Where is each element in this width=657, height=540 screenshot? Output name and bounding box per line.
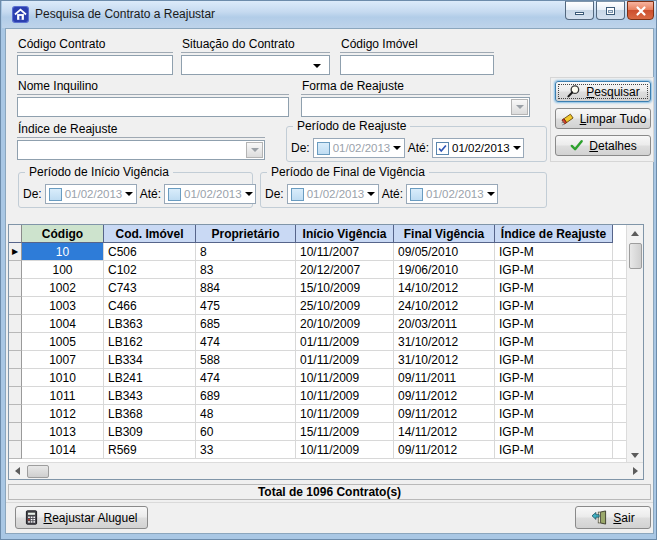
cell-cod-imovel[interactable]: LB309 <box>104 423 196 441</box>
cell-inicio-vigencia[interactable]: 10/11/2009 <box>296 387 394 405</box>
cell-inicio-vigencia[interactable]: 15/11/2009 <box>296 423 394 441</box>
cell-proprietario[interactable]: 474 <box>196 369 296 387</box>
cell-indice-reajuste[interactable]: IGP-M <box>495 297 613 315</box>
cell-proprietario[interactable]: 33 <box>196 441 296 459</box>
cell-proprietario[interactable]: 685 <box>196 315 296 333</box>
cell-cod-imovel[interactable]: LB343 <box>104 387 196 405</box>
cell-final-vigencia[interactable]: 09/11/2012 <box>394 387 495 405</box>
chevron-down-icon[interactable] <box>125 192 133 196</box>
cell-indice-reajuste[interactable]: IGP-M <box>495 351 613 369</box>
table-row[interactable]: 1014R5693310/11/200909/11/2012IGP-M <box>9 441 626 459</box>
scroll-right-button[interactable] <box>627 463 643 479</box>
horizontal-scroll-thumb[interactable] <box>27 465 49 478</box>
table-row[interactable]: 1003C46647525/10/200924/10/2012IGP-M <box>9 297 626 315</box>
cell-inicio-vigencia[interactable]: 25/10/2009 <box>296 297 394 315</box>
column-header-indice-reajuste[interactable]: Índice de Reajuste <box>495 225 613 243</box>
cell-codigo[interactable]: 1013 <box>22 423 104 441</box>
cell-indice-reajuste[interactable]: IGP-M <box>495 333 613 351</box>
column-header-codigo[interactable]: Código <box>22 225 104 243</box>
pesquisar-button[interactable]: Pesquisar <box>555 81 651 102</box>
checkbox-reajuste-de[interactable] <box>317 142 330 155</box>
cell-codigo[interactable]: 1010 <box>22 369 104 387</box>
nome-inquilino-input[interactable] <box>17 97 289 117</box>
cell-final-vigencia[interactable]: 19/06/2010 <box>394 261 495 279</box>
cell-final-vigencia[interactable]: 14/11/2012 <box>394 423 495 441</box>
cell-final-vigencia[interactable]: 09/11/2012 <box>394 405 495 423</box>
sair-button[interactable]: Sair <box>575 506 651 529</box>
cell-final-vigencia[interactable]: 09/11/2012 <box>394 441 495 459</box>
column-header-proprietario[interactable]: Proprietário <box>196 225 296 243</box>
checkbox-final-de[interactable] <box>291 188 304 201</box>
cell-cod-imovel[interactable]: LB363 <box>104 315 196 333</box>
cell-cod-imovel[interactable]: R569 <box>104 441 196 459</box>
cell-indice-reajuste[interactable]: IGP-M <box>495 441 613 459</box>
cell-inicio-vigencia[interactable]: 01/11/2009 <box>296 333 394 351</box>
table-row[interactable]: 1011LB34368910/11/200909/11/2012IGP-M <box>9 387 626 405</box>
checkbox-reajuste-ate[interactable] <box>436 142 449 155</box>
cell-indice-reajuste[interactable]: IGP-M <box>495 387 613 405</box>
checkbox-inicio-de[interactable] <box>49 188 62 201</box>
table-row[interactable]: 1010LB24147410/11/200909/11/2011IGP-M <box>9 369 626 387</box>
date-picker-final-de[interactable]: 01/02/2013 <box>287 184 379 204</box>
cell-cod-imovel[interactable]: LB162 <box>104 333 196 351</box>
cell-final-vigencia[interactable]: 31/10/2012 <box>394 333 495 351</box>
cell-final-vigencia[interactable]: 09/05/2010 <box>394 243 495 261</box>
cell-indice-reajuste[interactable]: IGP-M <box>495 261 613 279</box>
cell-final-vigencia[interactable]: 14/10/2012 <box>394 279 495 297</box>
cell-codigo[interactable]: 1004 <box>22 315 104 333</box>
cell-cod-imovel[interactable]: C743 <box>104 279 196 297</box>
cell-inicio-vigencia[interactable]: 01/11/2009 <box>296 351 394 369</box>
cell-final-vigencia[interactable]: 31/10/2012 <box>394 351 495 369</box>
cell-final-vigencia[interactable]: 20/03/2011 <box>394 315 495 333</box>
date-picker-inicio-de[interactable]: 01/02/2013 <box>45 184 137 204</box>
column-header-inicio-vigencia[interactable]: Início Vigência <box>296 225 394 243</box>
column-header-final-vigencia[interactable]: Final Vigência <box>394 225 495 243</box>
cell-inicio-vigencia[interactable]: 15/10/2009 <box>296 279 394 297</box>
cell-proprietario[interactable]: 475 <box>196 297 296 315</box>
chevron-down-icon[interactable] <box>245 192 253 196</box>
column-header-cod-imovel[interactable]: Cod. Imóvel <box>104 225 196 243</box>
checkbox-final-ate[interactable] <box>410 188 423 201</box>
cell-proprietario[interactable]: 884 <box>196 279 296 297</box>
cell-cod-imovel[interactable]: C466 <box>104 297 196 315</box>
cell-codigo[interactable]: 1005 <box>22 333 104 351</box>
cell-codigo[interactable]: 1003 <box>22 297 104 315</box>
scroll-left-button[interactable] <box>9 463 25 479</box>
cell-inicio-vigencia[interactable]: 20/12/2007 <box>296 261 394 279</box>
cell-proprietario[interactable]: 689 <box>196 387 296 405</box>
cell-cod-imovel[interactable]: LB241 <box>104 369 196 387</box>
close-button[interactable] <box>627 1 654 20</box>
date-picker-inicio-ate[interactable]: 01/02/2013 <box>164 184 256 204</box>
indice-reajuste-select[interactable] <box>17 140 265 160</box>
cell-inicio-vigencia[interactable]: 10/11/2007 <box>296 243 394 261</box>
table-row[interactable]: 1012LB3684810/11/200909/11/2012IGP-M <box>9 405 626 423</box>
cell-proprietario[interactable]: 8 <box>196 243 296 261</box>
vertical-scrollbar[interactable] <box>626 225 643 463</box>
table-row[interactable]: 1013LB3096015/11/200914/11/2012IGP-M <box>9 423 626 441</box>
cell-codigo[interactable]: 1002 <box>22 279 104 297</box>
cell-inicio-vigencia[interactable]: 10/11/2009 <box>296 369 394 387</box>
cell-cod-imovel[interactable]: C506 <box>104 243 196 261</box>
table-row[interactable]: 1004LB36368520/10/200920/03/2011IGP-M <box>9 315 626 333</box>
cell-proprietario[interactable]: 83 <box>196 261 296 279</box>
cell-cod-imovel[interactable]: LB334 <box>104 351 196 369</box>
cell-proprietario[interactable]: 48 <box>196 405 296 423</box>
cell-final-vigencia[interactable]: 09/11/2011 <box>394 369 495 387</box>
vertical-scroll-thumb[interactable] <box>629 243 642 269</box>
cell-final-vigencia[interactable]: 24/10/2012 <box>394 297 495 315</box>
date-picker-reajuste-ate[interactable]: 01/02/2013 <box>432 138 524 158</box>
limpar-tudo-button[interactable]: Limpar Tudo <box>555 108 651 129</box>
cell-indice-reajuste[interactable]: IGP-M <box>495 243 613 261</box>
reajustar-aluguel-button[interactable]: Reajustar Aluguel <box>15 506 148 529</box>
maximize-button[interactable] <box>596 1 625 20</box>
scroll-down-button[interactable] <box>627 447 643 463</box>
cell-cod-imovel[interactable]: C102 <box>104 261 196 279</box>
cell-cod-imovel[interactable]: LB368 <box>104 405 196 423</box>
cell-codigo[interactable]: 100 <box>22 261 104 279</box>
cell-indice-reajuste[interactable]: IGP-M <box>495 369 613 387</box>
chevron-down-icon[interactable] <box>393 146 401 150</box>
table-row[interactable]: ▶10C506810/11/200709/05/2010IGP-M <box>9 243 626 261</box>
forma-reajuste-select[interactable] <box>301 97 530 117</box>
minimize-button[interactable] <box>565 1 594 20</box>
date-picker-reajuste-de[interactable]: 01/02/2013 <box>313 138 405 158</box>
